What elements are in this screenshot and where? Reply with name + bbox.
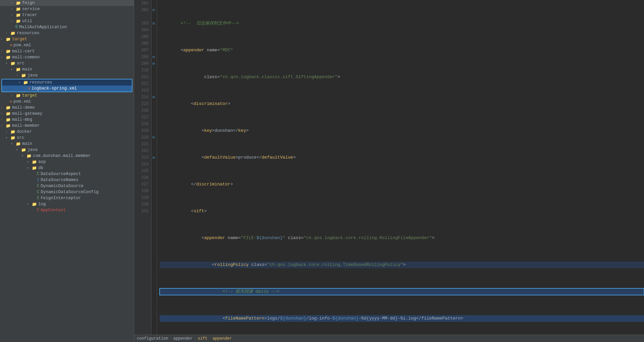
sidebar-item-label: mall-gateway xyxy=(12,111,42,116)
sidebar-item-label: target xyxy=(12,37,27,42)
folder-icon: 📁 xyxy=(15,1,21,5)
folder-icon: 📁 xyxy=(5,55,11,60)
code-content[interactable]: <!-- 日志保存到文件中--> <appender name="MDC" cl… xyxy=(157,0,644,342)
bc-item-appender1[interactable]: appender xyxy=(173,336,193,341)
arrow-icon xyxy=(5,136,10,140)
sidebar-item-mall-gateway[interactable]: 📁 mall-gateway xyxy=(0,111,134,117)
sidebar-item-label: resources xyxy=(17,31,40,36)
sidebar-item-util[interactable]: 📁 util xyxy=(0,18,134,24)
arrow-icon xyxy=(1,56,5,59)
arrow-icon xyxy=(11,67,15,71)
folder-icon: 📁 xyxy=(5,117,11,122)
sidebar-item-label: logback-spring.xml xyxy=(32,86,77,91)
folder-icon: 📁 xyxy=(15,141,21,146)
arrow-icon xyxy=(16,148,21,152)
sidebar-item-dynamicdatasource[interactable]: C DynamicDataSource xyxy=(0,183,134,189)
sidebar-item-feign[interactable]: 📁 feign xyxy=(0,0,134,6)
folder-icon: 📁 xyxy=(5,111,11,116)
sidebar-item-service[interactable]: 📁 service xyxy=(0,6,134,12)
sidebar-item-mallauth[interactable]: © MallAuthApplication xyxy=(0,24,134,30)
sidebar-item-db[interactable]: 📁 db xyxy=(0,165,134,171)
sidebar-item-label: DynamicDataSource xyxy=(41,184,84,188)
sidebar-item-pom-auth[interactable]: m pom.xml xyxy=(0,42,134,48)
sidebar-item-main-member[interactable]: 📁 main xyxy=(0,141,134,147)
sidebar-item-label: MallAuthApplication xyxy=(19,25,67,30)
sidebar-item-mall-mbg[interactable]: 📁 mall-mbg xyxy=(0,117,134,123)
arrow-icon xyxy=(21,154,26,158)
sidebar-item-mall-demo[interactable]: 📁 mall-demo xyxy=(0,105,134,111)
file-tree[interactable]: 📁 feign 📁 service 📁 tracer 📁 util © Mall… xyxy=(0,0,134,342)
pom-icon: m xyxy=(10,44,12,47)
sidebar-item-tracer[interactable]: 📁 tracer xyxy=(0,12,134,18)
folder-icon: 📁 xyxy=(21,73,26,78)
code-line-205: <defaultValue>produce</defaultValue> xyxy=(160,154,644,161)
sidebar-item-dynamicdatasourceconfig[interactable]: C DynamicDataSourceConfig xyxy=(0,189,134,195)
sidebar-item-label: main xyxy=(22,67,32,72)
arrow-icon xyxy=(18,80,23,84)
folder-icon: 📁 xyxy=(15,13,21,17)
sidebar-item-label: src xyxy=(17,135,24,140)
sidebar-item-datasourceaspect[interactable]: C DataSourceAspect xyxy=(0,171,134,177)
sidebar-item-resources-common[interactable]: 📁 resources xyxy=(2,79,132,86)
sidebar-item-feigninterceptor[interactable]: C FeignInterceptor xyxy=(0,195,134,201)
sidebar-item-label: util xyxy=(22,19,32,23)
sidebar-item-label: com.dunshan.mall.member xyxy=(33,154,91,158)
xml-icon: X xyxy=(28,87,30,91)
code-line-201: <!-- 日志保存到文件中--> xyxy=(160,20,644,27)
pom-icon: m xyxy=(10,100,12,104)
sidebar-item-label: DataSourceAspect xyxy=(41,172,81,176)
sidebar-item-appcontext[interactable]: C AppContext xyxy=(0,207,134,213)
code-line-209: <rollingPolicy class="ch.qos.logback.cor… xyxy=(160,262,644,268)
folder-icon: 📁 xyxy=(32,202,37,207)
folder-icon: 📁 xyxy=(26,154,32,158)
class-c-icon: C xyxy=(37,184,39,188)
sidebar-item-label: feign xyxy=(22,1,35,5)
bc-item-configuration[interactable]: configuration xyxy=(137,336,168,341)
sidebar-item-java[interactable]: 📁 java xyxy=(0,72,134,78)
sidebar-item-src[interactable]: 📁 src xyxy=(0,60,134,66)
sidebar-item-aop[interactable]: 📁 aop xyxy=(0,159,134,165)
sidebar-item-label: aop xyxy=(38,160,46,164)
sidebar-item-log[interactable]: 📁 log xyxy=(0,201,134,207)
code-line-211: <fileNamePattern>logs/${dunshan}/log-inf… xyxy=(160,315,644,322)
class-c-icon: C xyxy=(37,196,39,201)
sidebar-item-mall-member[interactable]: 📁 mall-member xyxy=(0,123,134,129)
sidebar-item-label: service xyxy=(22,7,40,11)
arrow-icon xyxy=(11,13,15,17)
folder-icon: 📁 xyxy=(10,135,15,140)
sidebar-item-datasourcenames[interactable]: I DataSourceNames xyxy=(0,177,134,183)
class-c-icon: C xyxy=(37,172,39,176)
code-line-204: <key>dunshan</key> xyxy=(160,127,644,134)
class-c-icon: C xyxy=(37,190,39,194)
arrow-icon xyxy=(1,124,5,128)
line-numbers: 201 202 203 204 205 206 207 208 209 210 … xyxy=(134,0,152,342)
sidebar-item-logback[interactable]: X logback-spring.xml xyxy=(2,86,132,92)
arrow-icon xyxy=(27,160,32,164)
sidebar-item-label: mall-member xyxy=(12,123,40,128)
sidebar-item-main[interactable]: 📁 main xyxy=(0,66,134,72)
sidebar-item-mall-cart[interactable]: 📁 mall-cart xyxy=(0,48,134,54)
sidebar-item-label: FeignInterceptor xyxy=(41,196,81,201)
sidebar-item-java-member[interactable]: 📁 java xyxy=(0,147,134,153)
sidebar-item-mall-common[interactable]: 📁 mall-common xyxy=(0,54,134,60)
arrow-icon xyxy=(1,112,5,116)
sidebar-item-com-dunshan[interactable]: 📁 com.dunshan.mall.member xyxy=(0,153,134,159)
folder-icon: 📁 xyxy=(15,67,21,72)
arrow-icon xyxy=(11,19,15,23)
sidebar-item-target-auth[interactable]: 📁 target xyxy=(0,36,134,42)
arrow-icon xyxy=(11,7,15,11)
sidebar-item-src-member[interactable]: 📁 src xyxy=(0,135,134,141)
arrow-icon xyxy=(5,61,10,65)
arrow-icon xyxy=(1,38,5,41)
sidebar-item-label: mall-demo xyxy=(12,105,35,110)
sidebar-item-target-common[interactable]: 📁 target xyxy=(0,93,134,99)
sidebar-item-label: AppContext xyxy=(41,208,66,213)
sidebar-item-docker[interactable]: 📁 docker xyxy=(0,129,134,135)
folder-icon: 📁 xyxy=(21,148,26,152)
sidebar-item-pom-common[interactable]: m pom.xml xyxy=(0,99,134,105)
bc-item-sift[interactable]: sift xyxy=(198,336,208,341)
sidebar-item-resources[interactable]: 📁 resources xyxy=(0,30,134,36)
folder-icon: 📁 xyxy=(15,7,21,11)
bc-item-appender2[interactable]: appender xyxy=(213,336,232,341)
sidebar-item-label: db xyxy=(38,166,43,170)
